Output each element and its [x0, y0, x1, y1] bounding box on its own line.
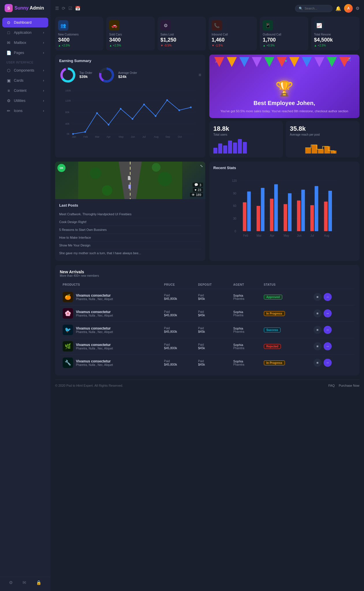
- edit-button[interactable]: ■: [313, 309, 322, 317]
- deposit-cell: Paid $45k: [195, 289, 230, 305]
- list-item[interactable]: Meet Craftwork. Thoroghly Handpicked UI …: [59, 210, 201, 218]
- sidebar-item-label: Cards: [14, 78, 23, 83]
- price-cell: Paid $45,800k: [161, 355, 195, 371]
- recent-stats-chart: 120 90 60 30 0: [213, 173, 355, 246]
- svg-text:120: 120: [232, 179, 237, 182]
- product-sub: Pharetra, Nulla , Nec, Aliquet: [76, 330, 113, 334]
- sidebar-item-cards[interactable]: ▣ Cards ›: [2, 76, 48, 85]
- settings-icon[interactable]: ⚙: [9, 580, 13, 585]
- product-icon: 🌿: [63, 341, 73, 351]
- footer-links: FAQ Purchase Now: [328, 384, 359, 387]
- list-item[interactable]: Cook Design Right!: [59, 218, 201, 226]
- footer-purchase-link[interactable]: Purchase Now: [339, 384, 359, 387]
- edit-button[interactable]: ■: [313, 359, 322, 367]
- calendar-icon[interactable]: 📅: [75, 6, 81, 11]
- svg-rect-79: [284, 204, 288, 231]
- view-button[interactable]: →: [324, 309, 332, 317]
- status-cell: Success: [261, 322, 309, 338]
- sidebar-item-components[interactable]: ⬡ Components ›: [2, 66, 48, 75]
- comments-count: 3: [199, 183, 201, 187]
- view-button[interactable]: →: [324, 342, 332, 350]
- product-icon: 🔧: [63, 358, 73, 368]
- view-button[interactable]: →: [324, 293, 332, 301]
- post-image-area: DK ⤡ 💬 3 ♥ 23 👁 189: [55, 162, 205, 199]
- sidebar-item-mailbox[interactable]: ✉ Mailbox ›: [2, 38, 48, 48]
- product-cell: 🌸 Vivamus consectetur Pharetra, Nulla , …: [60, 305, 161, 322]
- col-agent: AGENT: [230, 281, 261, 289]
- earning-summary-card: Earning Summary Top Order $39k: [55, 55, 205, 158]
- comment-icon: 💬: [194, 183, 198, 187]
- svg-text:Jul: Jul: [142, 135, 146, 138]
- sidebar-item-application[interactable]: □ Application ›: [2, 28, 48, 38]
- svg-rect-52: [331, 151, 337, 154]
- svg-text:90: 90: [233, 192, 237, 195]
- post-likes-stat: ♥ 23: [193, 188, 203, 192]
- svg-text:Apr: Apr: [270, 234, 275, 237]
- svg-text:0k: 0k: [67, 132, 70, 135]
- menu-icon[interactable]: ☰: [55, 6, 59, 11]
- stat-cards-row: 👥 New Customers 3400 ▲ +2.5% 🚗 Sold Cars…: [55, 17, 359, 51]
- actions-cell: ■ →: [309, 322, 355, 338]
- edit-button[interactable]: ■: [313, 326, 322, 334]
- agent-cell: Sophia Pharetra: [230, 355, 261, 371]
- post-avatar: DK: [57, 164, 66, 172]
- list-item[interactable]: 5 Reasons to Start Own Bussines: [59, 226, 201, 234]
- recent-stats-title: Recent Stats: [213, 166, 355, 170]
- stats-tiles: 18.8k Total users 35.8k Averag: [209, 121, 359, 158]
- likes-count: 23: [198, 188, 201, 192]
- avg-order-value: $24k: [118, 74, 137, 79]
- search-icon: 🔍: [299, 7, 303, 10]
- notification-bell-icon[interactable]: 🔔: [335, 6, 341, 11]
- post-expand-icon[interactable]: ⤡: [200, 164, 203, 168]
- stat-card-label: Sold Cars: [109, 33, 152, 36]
- product-name: Vivamus consectetur: [76, 293, 113, 298]
- footer-faq-link[interactable]: FAQ: [328, 384, 335, 387]
- sidebar-item-pages[interactable]: 📄 Pages ›: [2, 48, 48, 58]
- stat-card-sales-lost: ⚙ Sales Lost $1,250 ▼ -0.5%: [158, 17, 206, 51]
- svg-marker-39: [239, 57, 249, 67]
- search-box[interactable]: 🔍: [295, 5, 333, 12]
- product-sub: Pharetra, Nulla , Nec, Aliquet: [76, 314, 113, 317]
- price-cell: Paid $45,800k: [161, 338, 195, 355]
- icons-icon: ✏: [6, 109, 11, 113]
- components-icon: ⬡: [6, 68, 11, 73]
- topbar-gear-icon[interactable]: ⚙: [356, 6, 359, 11]
- sidebar-item-utilities[interactable]: ⚙ Utilities ›: [2, 96, 48, 106]
- check-icon[interactable]: ☑: [68, 6, 72, 11]
- stat-card-inbound-call: 📞 Inbound Call 1,460 ▼ -1.5%: [209, 17, 257, 51]
- sidebar-item-icons[interactable]: ✏ Icons ›: [2, 106, 48, 116]
- status-cell: Rejected: [261, 338, 309, 355]
- svg-rect-61: [128, 176, 130, 180]
- avg-reach-value: 35.8k: [290, 125, 355, 132]
- view-button[interactable]: →: [324, 326, 332, 334]
- search-input[interactable]: [305, 7, 329, 10]
- topbar-icons: ☰ ⟳ ☑ 📅: [55, 6, 81, 11]
- lock-icon[interactable]: 🔒: [36, 580, 42, 585]
- svg-point-19: [108, 124, 109, 126]
- svg-rect-76: [261, 188, 265, 231]
- mail-icon[interactable]: ✉: [23, 580, 26, 585]
- svg-text:Apr: Apr: [107, 135, 111, 138]
- sidebar-item-dashboard[interactable]: ⊙ Dashboard: [2, 18, 48, 27]
- svg-text:Aug: Aug: [154, 135, 158, 138]
- refresh-icon[interactable]: ⟳: [62, 6, 66, 11]
- sidebar-item-content[interactable]: ≡ Content ›: [2, 86, 48, 96]
- svg-text:Feb: Feb: [243, 234, 249, 237]
- svg-marker-38: [227, 57, 237, 67]
- list-item[interactable]: Show Me Your Design: [59, 242, 201, 249]
- view-button[interactable]: →: [324, 359, 332, 367]
- status-badge: Rejected: [264, 344, 281, 349]
- sold-cars-icon: 🚗: [109, 20, 120, 31]
- stat-card-label: Sales Lost: [160, 33, 203, 36]
- avg-order-donut-chart: [98, 66, 115, 84]
- expand-icon[interactable]: ≡: [199, 72, 201, 78]
- edit-button[interactable]: ■: [313, 293, 322, 301]
- avg-reach-tile: 35.8k Average reach per post: [286, 121, 359, 158]
- list-item[interactable]: How to Make Interface: [59, 234, 201, 242]
- chevron-right-icon: ›: [43, 51, 44, 55]
- edit-button[interactable]: ■: [313, 342, 322, 350]
- stat-card-value: 3400: [109, 37, 152, 43]
- list-item[interactable]: She gave my mother such a turn, that I h…: [59, 249, 201, 257]
- product-name: Vivamus consectetur: [76, 326, 113, 330]
- earnings-line-chart: 160k 120k 80k 40k 0k: [59, 87, 201, 139]
